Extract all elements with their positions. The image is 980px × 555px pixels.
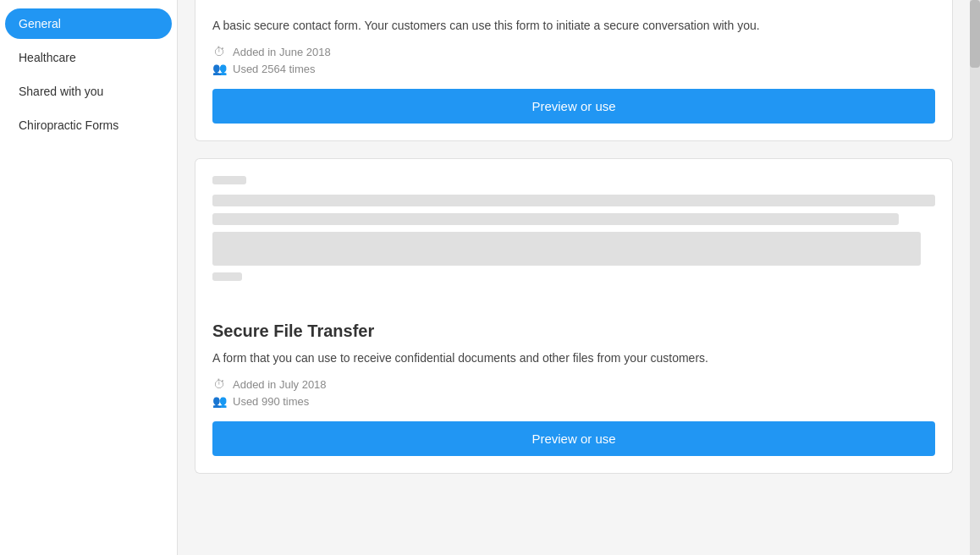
form-preview-card <box>195 158 953 305</box>
card-meta-2: ⏱ Added in July 2018 👥 Used 990 times <box>212 377 935 408</box>
sidebar-item-healthcare[interactable]: Healthcare <box>5 42 172 73</box>
card-description-2: A form that you can use to receive confi… <box>212 349 935 367</box>
preview-button-1[interactable]: Preview or use <box>212 89 935 124</box>
skeleton-line-1 <box>212 176 246 184</box>
scroll-thumb[interactable] <box>970 0 980 68</box>
card-body-1: A basic secure contact form. Your custom… <box>195 0 952 140</box>
skeleton-line-4 <box>212 232 921 266</box>
used-count-1: 👥 Used 2564 times <box>212 62 935 75</box>
added-date-2: ⏱ Added in July 2018 <box>212 377 935 391</box>
added-date-1: ⏱ Added in June 2018 <box>212 45 935 58</box>
users-icon-2: 👥 <box>212 394 226 408</box>
clock-icon-2: ⏱ <box>212 377 226 391</box>
card-title-2: Secure File Transfer <box>212 321 935 341</box>
used-count-2: 👥 Used 990 times <box>212 394 935 408</box>
scrollbar[interactable] <box>970 0 980 555</box>
clock-icon-1: ⏱ <box>212 45 226 58</box>
skeleton-line-5 <box>212 272 242 281</box>
sidebar-item-chiropractic[interactable]: Chiropractic Forms <box>5 110 172 140</box>
card-meta-1: ⏱ Added in June 2018 👥 Used 2564 times <box>212 45 935 75</box>
sidebar-item-general[interactable]: General <box>5 8 172 39</box>
main-content: A basic secure contact form. Your custom… <box>178 0 970 555</box>
secure-file-transfer-card: Secure File Transfer A form that you can… <box>195 305 953 474</box>
card-body-2: Secure File Transfer A form that you can… <box>195 305 952 473</box>
skeleton-line-3 <box>212 213 899 225</box>
card-description-1: A basic secure contact form. Your custom… <box>212 17 935 35</box>
sidebar-item-shared[interactable]: Shared with you <box>5 76 172 107</box>
secure-contact-card: A basic secure contact form. Your custom… <box>195 0 953 141</box>
skeleton-line-2 <box>212 195 935 206</box>
sidebar: General Healthcare Shared with you Chiro… <box>0 0 178 555</box>
preview-button-2[interactable]: Preview or use <box>212 421 935 456</box>
users-icon-1: 👥 <box>212 62 226 75</box>
